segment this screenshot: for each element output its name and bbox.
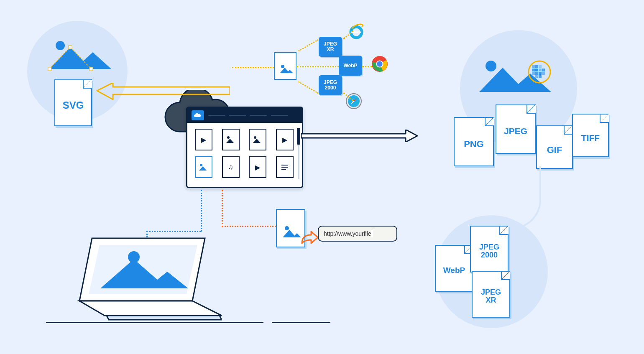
svg-rect-47 — [532, 72, 535, 75]
file-webp: WebP — [435, 245, 473, 292]
svg-rect-49 — [539, 72, 542, 75]
share-arrow-icon — [300, 230, 319, 245]
media-dashboard-window: ▶ ▶ ♫ ▶ — [186, 107, 303, 188]
dotted-path-6 — [362, 66, 372, 67]
svg-rect-51 — [535, 75, 538, 78]
dotted-blue-2 — [146, 231, 201, 232]
svg-point-36 — [486, 61, 496, 71]
file-jpeg: JPEG — [496, 104, 536, 154]
svg-rect-43 — [532, 69, 535, 71]
chrome-browser-icon — [371, 56, 388, 72]
svg-rect-46 — [542, 69, 545, 71]
svg-rect-50 — [542, 72, 545, 75]
file-svg: SVG — [54, 79, 92, 126]
svg-rect-5 — [89, 67, 93, 71]
dotted-orange-2 — [222, 190, 223, 227]
ie-browser-icon — [348, 23, 365, 40]
svg-point-10 — [200, 164, 202, 166]
dashboard-titlebar — [187, 108, 302, 123]
file-png-label: PNG — [455, 139, 493, 150]
source-image-file — [274, 52, 296, 80]
dotted-blue-1 — [201, 190, 202, 232]
arrow-to-formats — [301, 130, 418, 142]
badge-jpeg-xr: JPEG XR — [319, 37, 342, 57]
file-tiff-label: TIFF — [573, 133, 608, 143]
svg-marker-9 — [253, 139, 261, 143]
badge-webp: WebP — [339, 56, 362, 76]
file-jpegxr-label: JPEG XR — [473, 288, 509, 304]
thumb-audio: ♫ — [222, 156, 240, 178]
thumb-video-2: ▶ — [276, 129, 294, 150]
baseline-left — [46, 322, 263, 323]
svg-rect-41 — [535, 65, 538, 68]
svg-point-26 — [285, 226, 289, 230]
file-gif: GIF — [536, 125, 573, 169]
svg-rect-44 — [535, 69, 538, 71]
file-webp-label: WebP — [436, 266, 473, 275]
dotted-path-4 — [298, 81, 319, 94]
thumb-video-1: ▶ — [195, 129, 212, 150]
svg-marker-35 — [107, 316, 222, 320]
svg-point-8 — [254, 136, 256, 139]
thumb-video-3: ▶ — [249, 156, 266, 178]
cloudinary-logo-icon — [192, 110, 204, 120]
raster-mountains-icon — [477, 59, 556, 96]
dashboard-grid: ▶ ▶ ♫ ▶ — [187, 123, 302, 184]
svg-rect-4 — [69, 46, 72, 49]
svg-rect-42 — [539, 65, 542, 68]
dotted-path-3 — [297, 66, 339, 67]
file-jpeg2000-label: JPEG 2000 — [471, 243, 508, 259]
badge-jpeg2000-line2: 2000 — [325, 85, 336, 91]
dotted-path-2 — [298, 39, 319, 51]
cluster-connector — [508, 166, 541, 229]
svg-point-15 — [281, 65, 284, 68]
svg-point-0 — [56, 41, 65, 50]
thumb-image-1 — [222, 129, 240, 150]
file-gif-label: GIF — [537, 145, 572, 155]
svg-point-6 — [227, 136, 230, 139]
svg-rect-48 — [535, 72, 538, 75]
arrow-to-svg — [96, 83, 230, 100]
vector-mountains-icon — [46, 40, 113, 73]
svg-rect-3 — [48, 67, 51, 71]
baseline-right — [272, 322, 330, 323]
laptop-icon — [67, 234, 222, 324]
badge-jpeg-xr-line2: XR — [327, 47, 334, 52]
file-jpeg-label: JPEG — [496, 126, 535, 136]
svg-point-21 — [377, 61, 382, 66]
badge-jpeg-2000: JPEG 2000 — [319, 75, 342, 95]
file-jpeg2000: JPEG 2000 — [470, 226, 509, 273]
thumb-image-selected — [195, 156, 212, 178]
dotted-path-1 — [232, 67, 274, 68]
url-field: http://www.yourfile — [318, 226, 397, 242]
svg-marker-11 — [199, 166, 207, 171]
thumb-doc — [276, 156, 294, 178]
file-svg-label: SVG — [55, 99, 91, 111]
svg-rect-40 — [532, 65, 535, 68]
dashboard-scrollbar — [298, 128, 299, 179]
file-png: PNG — [454, 117, 494, 166]
svg-marker-34 — [79, 301, 222, 316]
dotted-orange-1 — [222, 226, 276, 227]
svg-rect-45 — [539, 69, 542, 71]
svg-marker-7 — [226, 139, 234, 143]
svg-rect-52 — [539, 75, 542, 78]
badge-webp-label: WebP — [343, 63, 357, 69]
thumb-image-2 — [249, 129, 266, 150]
file-jpegxr: JPEG XR — [472, 271, 510, 318]
url-text: http://www.yourfile — [324, 230, 371, 237]
file-tiff: TIFF — [572, 114, 609, 157]
